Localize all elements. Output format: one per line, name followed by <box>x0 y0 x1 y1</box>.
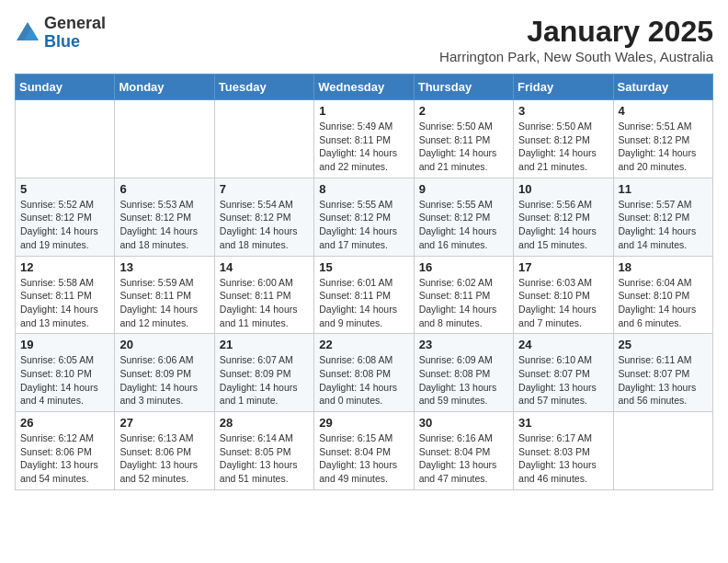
day-info: Sunrise: 6:08 AMSunset: 8:08 PMDaylight:… <box>319 353 408 408</box>
page-header: General Blue January 2025 Harrington Par… <box>15 15 713 64</box>
calendar-cell: 3Sunrise: 5:50 AMSunset: 8:12 PMDaylight… <box>514 100 613 178</box>
calendar-cell: 1Sunrise: 5:49 AMSunset: 8:11 PMDaylight… <box>314 100 414 178</box>
day-info: Sunrise: 5:55 AMSunset: 8:12 PMDaylight:… <box>319 198 408 252</box>
calendar-table: SundayMondayTuesdayWednesdayThursdayFrid… <box>15 74 713 490</box>
day-info: Sunrise: 5:51 AMSunset: 8:12 PMDaylight:… <box>619 120 708 174</box>
calendar-cell: 31Sunrise: 6:17 AMSunset: 8:03 PMDayligh… <box>514 412 613 490</box>
location: Harrington Park, New South Wales, Austra… <box>439 49 713 64</box>
header-day-saturday: Saturday <box>613 75 712 100</box>
calendar-cell: 30Sunrise: 6:16 AMSunset: 8:04 PMDayligh… <box>414 412 513 490</box>
calendar-cell: 12Sunrise: 5:58 AMSunset: 8:11 PMDayligh… <box>16 256 115 334</box>
title-block: January 2025 Harrington Park, New South … <box>439 15 713 64</box>
day-number: 4 <box>619 104 708 118</box>
calendar-cell: 18Sunrise: 6:04 AMSunset: 8:10 PMDayligh… <box>613 256 712 334</box>
day-number: 8 <box>319 182 408 196</box>
day-info: Sunrise: 5:57 AMSunset: 8:12 PMDaylight:… <box>619 198 708 252</box>
calendar-cell: 4Sunrise: 5:51 AMSunset: 8:12 PMDaylight… <box>613 100 712 178</box>
calendar-cell: 8Sunrise: 5:55 AMSunset: 8:12 PMDaylight… <box>314 178 414 256</box>
day-number: 24 <box>518 338 608 351</box>
day-info: Sunrise: 6:01 AMSunset: 8:11 PMDaylight:… <box>319 276 408 330</box>
day-number: 6 <box>119 182 209 196</box>
calendar-cell: 15Sunrise: 6:01 AMSunset: 8:11 PMDayligh… <box>314 256 414 334</box>
day-number: 27 <box>119 416 209 430</box>
calendar-cell: 29Sunrise: 6:15 AMSunset: 8:04 PMDayligh… <box>314 412 414 490</box>
day-number: 2 <box>419 104 508 118</box>
day-number: 7 <box>220 182 309 196</box>
day-number: 25 <box>619 338 708 351</box>
day-info: Sunrise: 6:02 AMSunset: 8:11 PMDaylight:… <box>419 276 508 330</box>
day-info: Sunrise: 6:15 AMSunset: 8:04 PMDaylight:… <box>319 431 408 486</box>
logo-blue: Blue <box>44 32 80 51</box>
calendar-cell: 24Sunrise: 6:10 AMSunset: 8:07 PMDayligh… <box>514 334 613 412</box>
calendar-cell: 13Sunrise: 5:59 AMSunset: 8:11 PMDayligh… <box>115 256 214 334</box>
calendar-cell: 21Sunrise: 6:07 AMSunset: 8:09 PMDayligh… <box>214 334 313 412</box>
logo-general: General <box>44 14 106 32</box>
day-info: Sunrise: 6:10 AMSunset: 8:07 PMDaylight:… <box>518 353 608 408</box>
day-info: Sunrise: 5:53 AMSunset: 8:12 PMDaylight:… <box>119 198 209 252</box>
day-number: 1 <box>319 104 408 118</box>
calendar-cell: 25Sunrise: 6:11 AMSunset: 8:07 PMDayligh… <box>613 334 712 412</box>
day-number: 11 <box>619 182 708 196</box>
calendar-cell: 20Sunrise: 6:06 AMSunset: 8:09 PMDayligh… <box>115 334 214 412</box>
day-number: 10 <box>518 182 608 196</box>
day-number: 12 <box>20 260 109 274</box>
day-number: 30 <box>419 416 508 430</box>
calendar-cell: 14Sunrise: 6:00 AMSunset: 8:11 PMDayligh… <box>214 256 313 334</box>
week-row-5: 26Sunrise: 6:12 AMSunset: 8:06 PMDayligh… <box>16 412 713 490</box>
logo-text: General Blue <box>44 15 106 52</box>
day-number: 29 <box>319 416 408 430</box>
day-info: Sunrise: 5:58 AMSunset: 8:11 PMDaylight:… <box>20 276 109 330</box>
month-year: January 2025 <box>439 15 713 49</box>
day-number: 5 <box>20 182 109 196</box>
header-day-wednesday: Wednesday <box>314 75 414 100</box>
day-number: 16 <box>419 260 508 274</box>
day-number: 28 <box>220 416 309 430</box>
calendar-cell: 9Sunrise: 5:55 AMSunset: 8:12 PMDaylight… <box>414 178 513 256</box>
week-row-2: 5Sunrise: 5:52 AMSunset: 8:12 PMDaylight… <box>16 178 713 256</box>
week-row-3: 12Sunrise: 5:58 AMSunset: 8:11 PMDayligh… <box>16 256 713 334</box>
day-number: 26 <box>20 416 109 430</box>
day-info: Sunrise: 5:50 AMSunset: 8:12 PMDaylight:… <box>518 120 608 174</box>
day-info: Sunrise: 5:49 AMSunset: 8:11 PMDaylight:… <box>319 120 408 174</box>
calendar-cell: 10Sunrise: 5:56 AMSunset: 8:12 PMDayligh… <box>514 178 613 256</box>
day-info: Sunrise: 6:12 AMSunset: 8:06 PMDaylight:… <box>20 431 109 486</box>
header-day-monday: Monday <box>115 75 214 100</box>
day-info: Sunrise: 5:55 AMSunset: 8:12 PMDaylight:… <box>419 198 508 252</box>
day-info: Sunrise: 6:06 AMSunset: 8:09 PMDaylight:… <box>119 353 209 408</box>
header-day-tuesday: Tuesday <box>214 75 313 100</box>
day-info: Sunrise: 6:16 AMSunset: 8:04 PMDaylight:… <box>419 431 508 486</box>
calendar-cell: 23Sunrise: 6:09 AMSunset: 8:08 PMDayligh… <box>414 334 513 412</box>
week-row-1: 1Sunrise: 5:49 AMSunset: 8:11 PMDaylight… <box>16 100 713 178</box>
logo: General Blue <box>15 15 106 52</box>
day-info: Sunrise: 6:07 AMSunset: 8:09 PMDaylight:… <box>220 353 309 408</box>
day-info: Sunrise: 6:14 AMSunset: 8:05 PMDaylight:… <box>220 431 309 486</box>
day-number: 22 <box>319 338 408 351</box>
calendar-body: 1Sunrise: 5:49 AMSunset: 8:11 PMDaylight… <box>16 100 713 490</box>
day-number: 15 <box>319 260 408 274</box>
calendar-cell <box>613 412 712 490</box>
calendar-cell: 11Sunrise: 5:57 AMSunset: 8:12 PMDayligh… <box>613 178 712 256</box>
day-number: 21 <box>220 338 309 351</box>
header-row: SundayMondayTuesdayWednesdayThursdayFrid… <box>16 75 713 100</box>
day-info: Sunrise: 6:03 AMSunset: 8:10 PMDaylight:… <box>518 276 608 330</box>
calendar-cell: 16Sunrise: 6:02 AMSunset: 8:11 PMDayligh… <box>414 256 513 334</box>
day-number: 19 <box>20 338 109 351</box>
day-info: Sunrise: 6:09 AMSunset: 8:08 PMDaylight:… <box>419 353 508 408</box>
day-info: Sunrise: 6:04 AMSunset: 8:10 PMDaylight:… <box>619 276 708 330</box>
day-info: Sunrise: 5:50 AMSunset: 8:11 PMDaylight:… <box>419 120 508 174</box>
day-number: 9 <box>419 182 508 196</box>
header-day-sunday: Sunday <box>16 75 115 100</box>
day-number: 14 <box>220 260 309 274</box>
calendar-cell: 2Sunrise: 5:50 AMSunset: 8:11 PMDaylight… <box>414 100 513 178</box>
day-info: Sunrise: 5:59 AMSunset: 8:11 PMDaylight:… <box>119 276 209 330</box>
calendar-cell: 27Sunrise: 6:13 AMSunset: 8:06 PMDayligh… <box>115 412 214 490</box>
calendar-cell <box>214 100 313 178</box>
day-info: Sunrise: 6:11 AMSunset: 8:07 PMDaylight:… <box>619 353 708 408</box>
calendar-cell: 17Sunrise: 6:03 AMSunset: 8:10 PMDayligh… <box>514 256 613 334</box>
day-info: Sunrise: 5:54 AMSunset: 8:12 PMDaylight:… <box>220 198 309 252</box>
calendar-cell: 19Sunrise: 6:05 AMSunset: 8:10 PMDayligh… <box>16 334 115 412</box>
day-number: 20 <box>119 338 209 351</box>
header-day-thursday: Thursday <box>414 75 513 100</box>
day-number: 13 <box>119 260 209 274</box>
calendar-cell: 22Sunrise: 6:08 AMSunset: 8:08 PMDayligh… <box>314 334 414 412</box>
